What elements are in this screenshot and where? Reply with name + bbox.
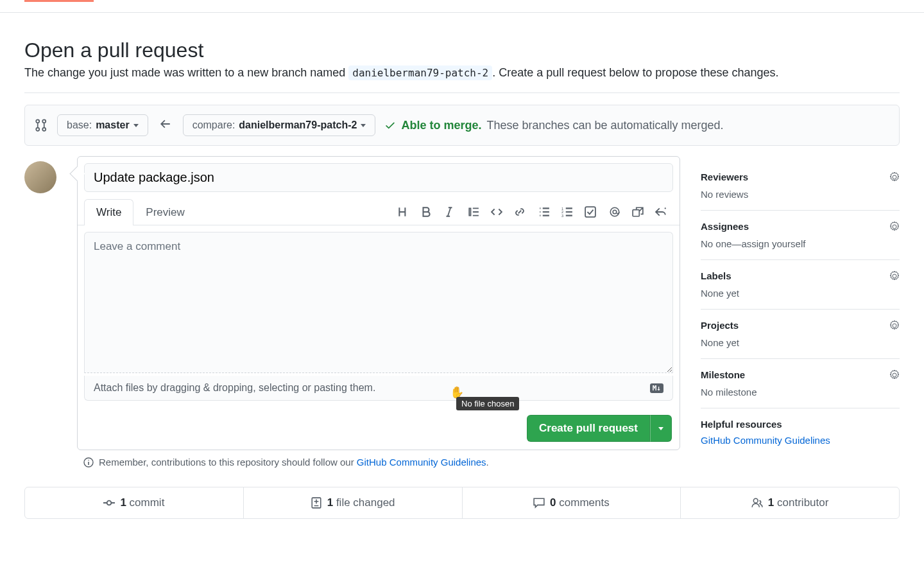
caret-down-icon [361, 124, 366, 127]
svg-rect-3 [585, 207, 595, 217]
svg-point-11 [753, 498, 758, 503]
page-subhead: The change you just made was written to … [24, 66, 900, 80]
active-tab-indicator [24, 0, 94, 2]
editor-tab-row: Write Preview [78, 198, 680, 225]
branch-name-code: danielberman79-patch-2 [348, 66, 492, 80]
user-avatar[interactable] [24, 161, 56, 193]
page-title: Open a pull request [24, 39, 900, 62]
pr-title-input[interactable] [84, 163, 673, 192]
check-icon [384, 119, 396, 131]
stat-contributors[interactable]: 1 contributor [681, 487, 899, 518]
pr-stats-bar: 1 commit 1 file changed 0 comments 1 con… [24, 487, 900, 519]
caret-down-icon [658, 427, 663, 430]
pr-sidebar: Reviewers No reviews Assignees No one—as… [701, 156, 900, 456]
comment-icon [533, 497, 545, 509]
gear-icon[interactable] [889, 320, 900, 331]
svg-text:3: 3 [561, 213, 563, 217]
tab-preview[interactable]: Preview [133, 199, 196, 225]
link-icon[interactable] [514, 206, 526, 218]
caret-down-icon [133, 124, 139, 127]
quote-icon[interactable] [468, 206, 479, 218]
attach-files-bar[interactable]: Attach files by dragging & dropping, sel… [84, 376, 673, 401]
git-commit-icon [103, 497, 115, 509]
git-compare-icon [35, 119, 48, 132]
tab-write[interactable]: Write [84, 199, 133, 225]
assign-yourself-link[interactable]: assign yourself [741, 238, 805, 249]
mention-icon[interactable] [609, 206, 620, 218]
create-pull-request-dropdown[interactable] [650, 415, 672, 442]
sidebar-assignees: Assignees No one—assign yourself [701, 211, 900, 260]
markdown-toolbar: 123 [397, 206, 673, 218]
code-icon[interactable] [491, 206, 502, 218]
ordered-list-icon[interactable]: 123 [561, 206, 573, 218]
markdown-badge-icon[interactable]: M↓ [650, 383, 663, 393]
gear-icon[interactable] [889, 271, 900, 281]
pr-form-box: Write Preview [77, 156, 680, 450]
divider [24, 92, 900, 93]
svg-point-7 [665, 207, 666, 209]
gear-icon[interactable] [889, 172, 900, 182]
gear-icon[interactable] [889, 222, 900, 232]
merge-status: Able to merge. These branches can be aut… [384, 119, 723, 132]
tasklist-icon[interactable] [585, 206, 596, 218]
compare-branch-selector[interactable]: compare: danielberman79-patch-2 [183, 114, 376, 136]
people-icon [751, 497, 763, 509]
reply-icon[interactable] [655, 206, 667, 218]
community-guidelines-link[interactable]: GitHub Community Guidelines [357, 457, 486, 468]
compare-branches-box: base: master compare: danielberman79-pat… [24, 105, 900, 146]
unordered-list-icon[interactable] [538, 206, 550, 218]
base-branch-selector[interactable]: base: master [57, 114, 148, 136]
svg-point-9 [107, 501, 112, 505]
repo-tab-bar [0, 0, 924, 13]
svg-rect-6 [633, 209, 639, 216]
stat-files-changed[interactable]: 1 file changed [244, 487, 463, 518]
italic-icon[interactable] [443, 206, 455, 218]
gear-icon[interactable] [889, 370, 900, 380]
stat-commits[interactable]: 1 commit [25, 487, 244, 518]
sidebar-projects: Projects None yet [701, 310, 900, 359]
sidebar-labels: Labels None yet [701, 260, 900, 310]
arrow-left-icon [157, 118, 174, 132]
sidebar-helpful: Helpful resources GitHub Community Guide… [701, 408, 900, 456]
info-icon [83, 457, 94, 468]
heading-icon[interactable] [397, 206, 409, 218]
cross-reference-icon[interactable] [632, 206, 644, 218]
create-pull-request-button[interactable]: Create pull request [527, 415, 650, 442]
bold-icon[interactable] [420, 206, 432, 218]
helpful-guidelines-link[interactable]: GitHub Community Guidelines [701, 435, 830, 446]
svg-point-5 [613, 210, 617, 214]
pr-description-textarea[interactable] [84, 232, 673, 373]
sidebar-reviewers: Reviewers No reviews [701, 161, 900, 211]
file-diff-icon [311, 497, 322, 509]
svg-point-4 [610, 207, 619, 216]
stat-comments[interactable]: 0 comments [463, 487, 681, 518]
sidebar-milestone: Milestone No milestone [701, 359, 900, 408]
contribution-reminder: Remember, contributions to this reposito… [77, 450, 680, 468]
